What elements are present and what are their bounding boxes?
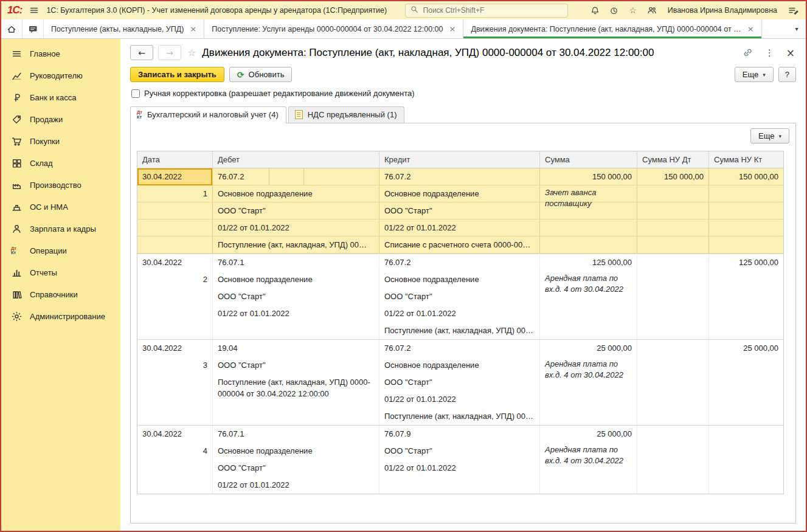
chevron-down-icon: ▾	[763, 72, 766, 78]
row-number: 2	[137, 271, 212, 288]
history-icon[interactable]	[608, 4, 621, 17]
col-header-amount-nu-dt[interactable]: Сумма НУ Дт	[637, 151, 709, 168]
cell-amount-nu-kt[interactable]: 125 000,00	[709, 254, 783, 339]
sidebar-item-main[interactable]: Главное	[1, 43, 120, 64]
cell-debit[interactable]: 19.04 ООО "Старт" Поступление (акт, накл…	[213, 340, 379, 425]
cell-credit[interactable]: 76.07.9 ООО "Старт" 01/22 от 01.01.2022	[379, 426, 540, 494]
gear-icon	[11, 311, 22, 322]
col-header-credit[interactable]: Кредит	[379, 151, 540, 168]
table-row[interactable]: 30.04.2022 4 76.07.1 Основное подразделе…	[137, 426, 783, 494]
table-row[interactable]: 30.04.2022 2 76.07.1 Основное подразделе…	[137, 254, 783, 340]
cell-debit[interactable]: 76.07.2 Основное подразделение ООО "Стар…	[213, 168, 379, 254]
cell-date[interactable]: 30.04.2022 3	[137, 340, 213, 425]
debit-line: 76.07.1	[213, 426, 379, 443]
home-icon[interactable]	[1, 19, 23, 38]
table-header-row: Дата Дебет Кредит Сумма Сумма НУ Дт Сумм…	[137, 151, 783, 168]
refresh-icon: ⟳	[237, 71, 244, 79]
table-more-button[interactable]: Еще ▾	[750, 128, 789, 143]
window-tab-document-movements[interactable]: Движения документа: Поступление (акт, на…	[463, 19, 761, 38]
col-header-debit[interactable]: Дебет	[213, 151, 379, 168]
sidebar-item-sales[interactable]: Продажи	[1, 108, 120, 130]
back-button[interactable]: ←	[130, 45, 153, 60]
col-header-amount-nu-kt[interactable]: Сумма НУ Кт	[709, 151, 783, 168]
tab-close-icon[interactable]: ×	[190, 24, 196, 33]
current-cell-date[interactable]: 30.04.2022	[137, 168, 212, 185]
sidebar-item-reports[interactable]: Отчеты	[1, 261, 120, 283]
sidebar-item-administration[interactable]: Администрирование	[1, 305, 120, 327]
close-form-icon[interactable]: ×	[786, 47, 795, 59]
amount-note: Зачет аванса поставщику	[540, 185, 637, 209]
sidebar-item-salary-hr[interactable]: Зарплата и кадры	[1, 218, 120, 240]
sidebar-item-bank-cash[interactable]: Банк и касса	[1, 86, 120, 108]
table-row[interactable]: 30.04.2022 3 19.04 ООО "Старт" Поступлен…	[137, 340, 783, 426]
refresh-button[interactable]: ⟳ Обновить	[229, 67, 293, 82]
favorite-star-icon[interactable]: ☆	[187, 47, 196, 58]
sidebar-item-label: Операции	[30, 246, 67, 255]
cell-amount-nu-kt[interactable]: 25 000,00	[709, 340, 783, 425]
sidebar-item-purchases[interactable]: Покупки	[1, 130, 120, 152]
col-header-date[interactable]: Дата	[137, 151, 213, 168]
credit-line: Основное подразделение	[379, 357, 539, 374]
cell-credit[interactable]: 76.07.2 Основное подразделение ООО "Стар…	[379, 168, 540, 254]
tab-close-icon[interactable]: ×	[449, 24, 456, 33]
sidebar-item-fixed-assets[interactable]: ОС и НМА	[1, 196, 120, 218]
amount-nu-dt-value	[637, 340, 708, 357]
tab-accounting-tax[interactable]: ДтКт Бухгалтерский и налоговый учет (4)	[130, 106, 286, 123]
service-menu-icon[interactable]	[786, 4, 800, 17]
users-icon[interactable]	[645, 4, 659, 17]
forward-button[interactable]: →	[158, 45, 181, 60]
credit-line: 76.07.2	[379, 168, 539, 185]
global-search[interactable]	[405, 4, 568, 18]
cell-amount-nu-dt[interactable]	[637, 254, 709, 339]
window-tab-receipt-document[interactable]: Поступление: Услуги аренды 0000-000004 о…	[204, 19, 463, 38]
cell-amount-nu-kt[interactable]: 150 000,00	[709, 168, 783, 254]
cell-amount[interactable]: 25 000,00 Арендная плата по вх.д. 4 от 3…	[540, 426, 637, 494]
cell-debit[interactable]: 76.07.1 Основное подразделение ООО "Стар…	[213, 426, 379, 494]
sidebar-item-manager[interactable]: Руководителю	[1, 64, 120, 86]
cell-amount[interactable]: 25 000,00 Арендная плата по вх.д. 4 от 3…	[540, 340, 637, 425]
cell-date[interactable]: 30.04.2022 1	[137, 168, 213, 254]
more-button[interactable]: Еще ▾	[735, 67, 774, 82]
main-menu-icon[interactable]	[27, 4, 41, 17]
debit-line: 19.04	[213, 340, 379, 357]
tab-list-chevron-down-icon[interactable]: ▾	[788, 19, 806, 38]
amount-note: Арендная плата по вх.д. 4 от 30.04.2022	[540, 443, 637, 466]
cell-amount-nu-dt[interactable]	[637, 426, 709, 494]
kebab-menu-icon[interactable]: ⋮	[765, 47, 774, 58]
sidebar-item-production[interactable]: Производство	[1, 174, 120, 196]
titlebar: 1С: 1С: Бухгалтерия 3.0 (КОРП) - Учет из…	[1, 1, 806, 19]
cell-amount-nu-dt[interactable]: 150 000,00	[637, 168, 709, 254]
cell-amount-nu-kt[interactable]	[709, 426, 783, 494]
get-link-icon[interactable]	[743, 47, 753, 58]
cell-debit[interactable]: 76.07.1 Основное подразделение ООО "Стар…	[213, 254, 379, 339]
cell-credit[interactable]: 76.07.2 Основное подразделение ООО "Стар…	[379, 340, 540, 425]
date-value: 30.04.2022	[137, 340, 212, 357]
sidebar-item-label: Руководителю	[30, 71, 83, 80]
cell-amount[interactable]: 125 000,00 Арендная плата по вх.д. 4 от …	[540, 254, 637, 339]
col-header-amount[interactable]: Сумма	[540, 151, 637, 168]
cell-amount[interactable]: 150 000,00 Зачет аванса поставщику	[540, 168, 637, 254]
sidebar-item-warehouse[interactable]: Склад	[1, 152, 120, 174]
cell-amount-nu-dt[interactable]	[637, 340, 709, 425]
tab-label: Движения документа: Поступление (акт, на…	[471, 25, 741, 33]
cell-credit[interactable]: 76.07.2 Основное подразделение ООО "Стар…	[379, 254, 540, 339]
discussions-icon[interactable]	[23, 19, 44, 38]
help-button[interactable]: ?	[778, 67, 796, 82]
window-tab-receipts-list[interactable]: Поступление (акты, накладные, УПД) ×	[44, 19, 204, 38]
manual-correction-checkbox[interactable]	[131, 89, 140, 98]
search-input[interactable]	[422, 5, 563, 15]
amount-nu-kt-value	[709, 426, 783, 443]
cell-date[interactable]: 30.04.2022 2	[137, 254, 213, 339]
sidebar-item-operations[interactable]: ДтКт Операции	[1, 240, 120, 261]
cell-date[interactable]: 30.04.2022 4	[137, 426, 213, 494]
notifications-bell-icon[interactable]	[589, 4, 602, 17]
sidebar-item-directories[interactable]: Справочники	[1, 283, 120, 305]
save-and-close-button[interactable]: Записать и закрыть	[130, 67, 224, 82]
tab-close-icon[interactable]: ×	[747, 24, 754, 33]
table-row[interactable]: 30.04.2022 1 76.07.2 Основное подразделе…	[137, 168, 783, 254]
tab-vat-presented[interactable]: НДС предъявленный (1)	[288, 106, 405, 123]
current-user-name[interactable]: Иванова Ирина Владимировна	[668, 6, 777, 15]
favorites-star-icon[interactable]: ☆	[626, 4, 640, 17]
sidebar-item-label: Склад	[30, 159, 53, 168]
warehouse-icon	[11, 158, 22, 168]
